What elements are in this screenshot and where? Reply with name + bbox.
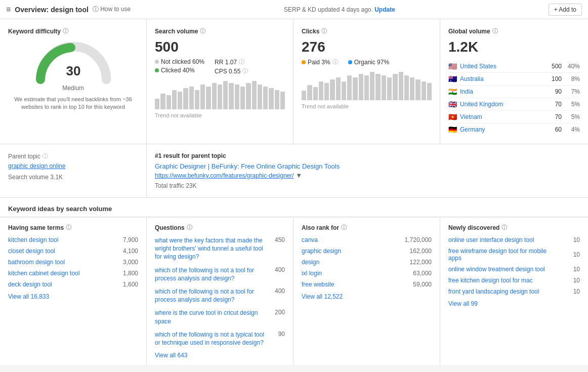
bar (212, 83, 217, 110)
paid-info-icon[interactable]: ⓘ (332, 58, 338, 66)
country-volume: 70 (544, 113, 562, 120)
sv-meta: Not clicked 60% Clicked 40% RR 1.07 ⓘ CP… (155, 58, 285, 75)
add-to-button[interactable]: + Add to (549, 4, 582, 16)
also-rank-row: canva1,720,000 (302, 236, 432, 243)
kw-link[interactable]: closet design tool (8, 247, 110, 255)
same-terms-view-all[interactable]: View all 16,833 (8, 293, 138, 300)
bar (375, 74, 380, 100)
country-percent: 40% (565, 63, 580, 70)
country-name[interactable]: Germany (460, 126, 541, 133)
rr-info-icon[interactable]: ⓘ (239, 58, 244, 66)
newly-discovered-col: Newly discovered ⓘ online user interface… (440, 218, 588, 365)
newly-discovered-volume: 10 (552, 288, 580, 295)
newly-discovered-link[interactable]: free kitchen design tool for mac (448, 277, 552, 284)
bar (359, 74, 363, 100)
question-volume: 400 (270, 266, 285, 273)
newly-discovered-link[interactable]: free wireframe design tool for mobile ap… (448, 247, 552, 262)
newly-discovered-info-icon[interactable]: ⓘ (501, 224, 507, 231)
kd-gauge-label: Medium (62, 85, 84, 92)
also-rank-link[interactable]: canva (302, 236, 404, 243)
kd-info-icon[interactable]: ⓘ (63, 27, 68, 35)
kd-gauge: 30 Medium (8, 39, 138, 92)
parent-topic-label: Parent topic ⓘ (8, 152, 138, 160)
country-percent: 5% (565, 101, 580, 108)
also-rank-view-all[interactable]: View all 12,522 (302, 293, 432, 300)
bar (422, 81, 426, 100)
dropdown-arrow[interactable]: ▼ (296, 172, 302, 179)
country-name[interactable]: India (460, 88, 541, 95)
kw-link[interactable]: deck design tool (8, 281, 110, 288)
bar (275, 90, 279, 110)
bar (330, 79, 334, 100)
newly-discovered-row: free kitchen design tool for mac10 (448, 277, 580, 284)
newly-discovered-view-all[interactable]: View all 99 (448, 300, 580, 307)
bar (269, 88, 273, 109)
parent-topic-volume: Search volume 3.1K (8, 174, 138, 181)
q-row: where is the curve tool in cricut design… (155, 309, 285, 325)
country-name[interactable]: United States (460, 63, 541, 70)
kw-volume: 1,800 (110, 270, 138, 277)
question-link[interactable]: what were the key factors that made the … (155, 236, 267, 261)
question-link[interactable]: which of the following is not a typical … (155, 330, 267, 347)
question-link[interactable]: which of the following is not a tool for… (155, 266, 267, 282)
also-rank-link[interactable]: free website (302, 281, 404, 288)
bar (393, 74, 397, 100)
bar (364, 75, 369, 100)
parent-topic-right: #1 result for parent topic Graphic Desig… (147, 144, 588, 197)
sv-meta-right: RR 1.07 ⓘ CPS 0.55 ⓘ (215, 58, 248, 75)
clicks-trend-label: Trend not available (302, 103, 432, 109)
update-link[interactable]: Update (374, 6, 395, 13)
global-info-icon[interactable]: ⓘ (492, 27, 498, 35)
cps-info-icon[interactable]: ⓘ (242, 67, 248, 75)
result-url[interactable]: https://www.befunky.com/features/graphic… (155, 172, 294, 179)
newly-discovered-volume: 10 (552, 277, 580, 284)
page-title: Overview: design tool (15, 6, 88, 14)
sv-info-icon[interactable]: ⓘ (200, 27, 205, 35)
question-link[interactable]: which of the following is not a tool for… (155, 287, 267, 304)
same-terms-list: kitchen design tool7,900closet design to… (8, 236, 138, 288)
newly-discovered-link[interactable]: online user interface design tool (448, 236, 552, 243)
not-clicked-row: Not clicked 60% (155, 58, 204, 65)
questions-view-all[interactable]: View all 643 (155, 352, 285, 359)
bar (160, 94, 165, 110)
same-terms-info-icon[interactable]: ⓘ (66, 224, 71, 231)
clicked-dot (155, 68, 159, 72)
parent-topic-link[interactable]: graphic design online (8, 162, 65, 170)
how-to-use-link[interactable]: ⓘ How to use (93, 5, 131, 14)
bar (178, 92, 182, 109)
country-row: 🇬🇧 United Kingdom 70 5% (448, 98, 580, 111)
paid-dot (302, 60, 306, 64)
clicks-info-icon[interactable]: ⓘ (321, 27, 327, 35)
country-name[interactable]: Vietnam (460, 113, 541, 120)
country-name[interactable]: Australia (460, 75, 541, 82)
also-rank-link[interactable]: ixl login (302, 270, 404, 277)
country-volume: 100 (544, 75, 562, 82)
bar (252, 81, 257, 109)
bar (382, 75, 386, 100)
country-name[interactable]: United Kingdom (460, 101, 541, 108)
country-volume: 70 (544, 101, 562, 108)
question-volume: 400 (270, 287, 285, 295)
ideas-grid: Having same terms ⓘ kitchen design tool7… (0, 217, 588, 365)
global-card: Global volume ⓘ 1.2K 🇺🇸 United States 50… (440, 19, 588, 144)
kw-link[interactable]: kitchen cabinet design tool (8, 270, 110, 277)
country-flag: 🇩🇪 (448, 126, 457, 134)
hamburger-menu[interactable]: ≡ (6, 5, 11, 14)
bar (166, 95, 171, 109)
result-title[interactable]: Graphic Designer | BeFunky: Free Online … (155, 162, 580, 170)
also-rank-link[interactable]: graphic design (302, 247, 404, 255)
question-link[interactable]: where is the curve tool in cricut design… (155, 309, 267, 325)
kw-link[interactable]: kitchen design tool (8, 236, 110, 243)
kw-link[interactable]: bathroom design tool (8, 259, 110, 266)
newly-discovered-link[interactable]: online window treatment design tool (448, 266, 552, 273)
country-volume: 60 (544, 126, 562, 133)
bar (195, 90, 199, 110)
also-rank-link[interactable]: design (302, 259, 404, 266)
newly-discovered-link[interactable]: front yard landscaping design tool (448, 288, 552, 295)
questions-info-icon[interactable]: ⓘ (187, 224, 192, 231)
q-row: which of the following is not a typical … (155, 330, 285, 347)
parent-topic-info-icon[interactable]: ⓘ (43, 152, 48, 160)
also-rank-info-icon[interactable]: ⓘ (341, 224, 347, 231)
kd-card: Keyword difficulty ⓘ 30 Medium We estima… (0, 19, 147, 144)
bar (172, 90, 177, 110)
